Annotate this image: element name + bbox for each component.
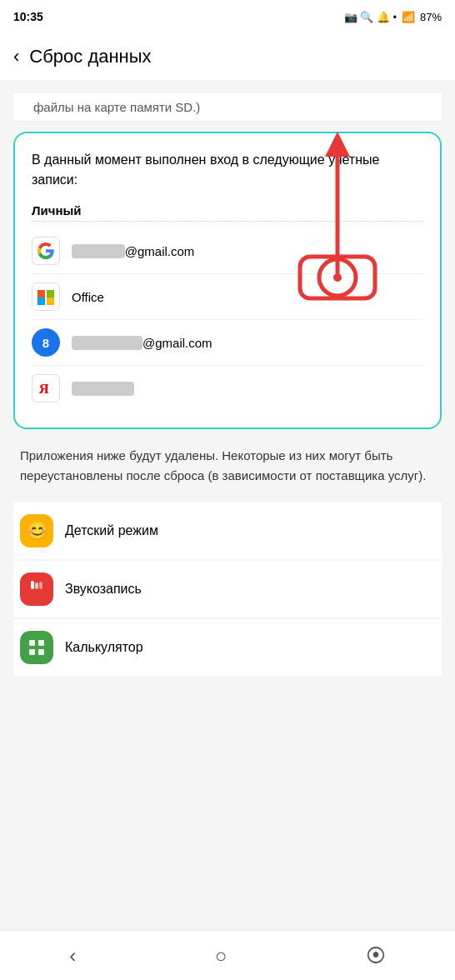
status-bar: 10:35 📷 🔍 🔔 • 📶 87% (0, 0, 455, 33)
status-icons-left: 📷 🔍 🔔 • (344, 11, 397, 23)
app-item-calc: Калькулятор (13, 619, 442, 676)
svg-rect-2 (38, 298, 45, 305)
nav-home-button[interactable]: ○ (190, 936, 252, 976)
app-list: 😊 Детский режим Звукозапись (13, 502, 442, 676)
nav-recent-button[interactable]: ⦿ (341, 936, 411, 976)
back-button[interactable]: ‹ (13, 46, 19, 68)
battery-icon: 87% (420, 11, 442, 23)
scroll-hint: файлы на карте памяти SD.) (13, 93, 442, 122)
svg-rect-11 (35, 582, 38, 589)
svg-rect-3 (47, 298, 54, 305)
kids-app-icon: 😊 (20, 514, 53, 548)
svg-rect-15 (29, 649, 35, 655)
app-item-recorder: Звукозапись (13, 561, 442, 618)
app-item-kids: 😊 Детский режим (13, 502, 442, 559)
recorder-app-label: Звукозапись (65, 582, 142, 597)
status-time: 10:35 (13, 10, 43, 23)
header: ‹ Сброс данных (0, 33, 455, 80)
svg-rect-14 (38, 640, 44, 646)
accounts-section-label: Личный (32, 203, 423, 222)
calc-app-label: Калькулятор (65, 640, 143, 655)
google-account-email: ██████@gmail.com (72, 244, 194, 258)
svg-rect-10 (31, 581, 34, 589)
account-item-office: Office (32, 274, 423, 320)
calc-app-icon (20, 631, 53, 664)
description-text: Приложения ниже будут удалены. Некоторые… (13, 446, 442, 486)
svg-rect-13 (29, 640, 35, 646)
google-icon (32, 237, 60, 265)
nav-back-button[interactable]: ‹ (44, 936, 101, 976)
svg-rect-1 (47, 290, 54, 298)
page-title: Сброс данных (29, 46, 151, 68)
office-account-label: Office (72, 290, 104, 304)
svg-rect-12 (39, 582, 42, 589)
status-icons: 📷 🔍 🔔 • 📶 87% (344, 11, 442, 23)
nav-bar: ‹ ○ ⦿ (0, 930, 455, 980)
account-item-blue: 8 ████████@gmail.com (32, 320, 423, 366)
svg-rect-16 (38, 649, 44, 655)
blue-account-icon: 8 (32, 328, 60, 357)
account-item-google: ██████@gmail.com (32, 228, 423, 274)
accounts-card-title: В данный момент выполнен вход в следующи… (32, 150, 423, 190)
account-item-yandex: Я s████ ██ (32, 366, 423, 411)
wifi-icon: 📶 (402, 11, 415, 23)
kids-app-label: Детский режим (65, 523, 158, 538)
main-content: файлы на карте памяти SD.) В данный моме… (0, 80, 455, 691)
yandex-account-label: s████ ██ (72, 382, 134, 396)
svg-rect-0 (38, 290, 45, 298)
blue-account-email: ████████@gmail.com (72, 336, 212, 350)
office-icon (32, 282, 60, 311)
recorder-app-icon (20, 572, 53, 606)
yandex-icon: Я (32, 374, 60, 402)
accounts-card: В данный момент выполнен вход в следующи… (13, 132, 442, 429)
svg-text:Я: Я (39, 381, 49, 397)
